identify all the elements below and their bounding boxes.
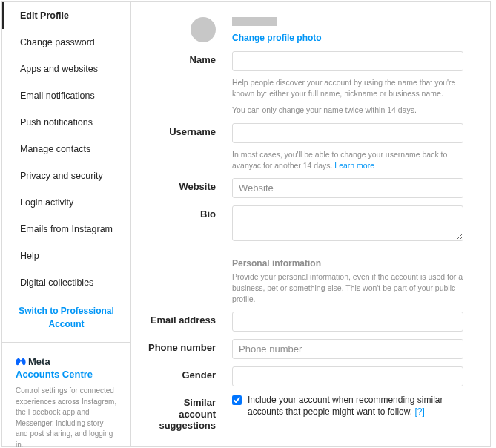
name-help2: You can only change your name twice with… — [232, 105, 463, 116]
sidebar-item-privacy-security[interactable]: Privacy and security — [2, 162, 130, 189]
meta-brand-text: Meta — [28, 356, 50, 367]
avatar[interactable] — [191, 17, 216, 42]
sidebar-item-edit-profile[interactable]: Edit Profile — [2, 2, 130, 29]
username-label: Username — [146, 123, 232, 171]
personal-info-desc: Provide your personal information, even … — [232, 271, 463, 304]
name-input[interactable] — [232, 51, 463, 71]
meta-accounts-box: Meta Accounts Centre Control settings fo… — [2, 342, 130, 448]
similar-checkbox-label: Include your account when recommending s… — [248, 394, 463, 418]
similar-label: Similar account suggestions — [146, 394, 232, 432]
sidebar-item-change-password[interactable]: Change password — [2, 29, 130, 56]
name-label: Name — [146, 51, 232, 116]
username-input[interactable] — [232, 123, 463, 143]
sidebar-item-login-activity[interactable]: Login activity — [2, 189, 130, 216]
sidebar-item-digital-collectibles[interactable]: Digital collectibles — [2, 269, 130, 296]
sidebar-item-manage-contacts[interactable]: Manage contacts — [2, 136, 130, 162]
username-help: In most cases, you'll be able to change … — [232, 149, 463, 171]
gender-label: Gender — [146, 366, 232, 386]
phone-label: Phone number — [146, 339, 232, 359]
meta-description: Control settings for connected experienc… — [16, 386, 117, 448]
name-help1: Help people discover your account by usi… — [232, 77, 463, 99]
gender-input[interactable] — [232, 366, 463, 386]
website-label: Website — [146, 178, 232, 198]
bio-input[interactable] — [232, 205, 463, 241]
meta-icon — [16, 357, 26, 367]
sidebar-item-apps-websites[interactable]: Apps and websites — [2, 56, 130, 82]
personal-info-heading: Personal information — [232, 257, 463, 270]
meta-logo: Meta — [16, 356, 117, 367]
email-input[interactable] — [232, 312, 463, 332]
website-input[interactable] — [232, 178, 463, 198]
similar-help-link[interactable]: [?] — [414, 406, 424, 417]
similar-checkbox[interactable] — [232, 395, 242, 405]
accounts-centre-link[interactable]: Accounts Centre — [16, 369, 117, 380]
phone-input[interactable] — [232, 339, 463, 359]
email-label: Email address — [146, 312, 232, 332]
username-display — [232, 17, 277, 26]
switch-professional-link[interactable]: Switch to Professional Account — [19, 306, 114, 329]
learn-more-link[interactable]: Learn more — [334, 161, 374, 170]
change-profile-photo-link[interactable]: Change profile photo — [232, 33, 322, 43]
sidebar-item-push-notifications[interactable]: Push notifications — [2, 109, 130, 136]
sidebar-item-emails-instagram[interactable]: Emails from Instagram — [2, 216, 130, 243]
settings-sidebar: Edit Profile Change password Apps and we… — [2, 2, 131, 446]
sidebar-nav: Edit Profile Change password Apps and we… — [2, 2, 130, 296]
bio-label: Bio — [146, 205, 232, 304]
sidebar-item-help[interactable]: Help — [2, 243, 130, 269]
sidebar-item-email-notifications[interactable]: Email notifications — [2, 82, 130, 109]
edit-profile-form: Change profile photo Name Help people di… — [131, 2, 490, 446]
